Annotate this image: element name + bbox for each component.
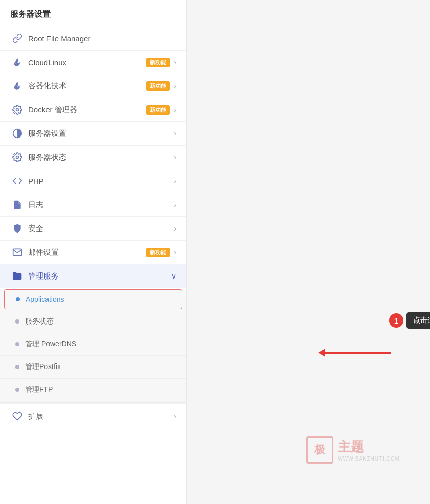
sidebar-item-root-file-manager[interactable]: Root File Manager <box>0 27 186 51</box>
sidebar-item-extensions[interactable]: 扩展 › <box>0 404 186 428</box>
root-file-manager-label: Root File Manager <box>28 34 176 43</box>
chevron-icon8: › <box>174 224 176 233</box>
chevron-icon-extensions: › <box>174 412 176 420</box>
cloudlinux-label: CloudLinux <box>28 58 146 67</box>
chevron-icon5: › <box>174 153 176 161</box>
watermark-seal: 极 <box>306 436 333 464</box>
chevron-icon7: › <box>174 201 176 209</box>
mail-badge: 新功能 <box>146 248 170 257</box>
link-icon <box>10 33 24 43</box>
mail-icon <box>10 247 24 257</box>
security-label: 安全 <box>28 224 174 234</box>
watermark-main-text: 主题 <box>338 438 400 456</box>
dot-icon-postfix <box>15 365 19 369</box>
mail-label: 邮件设置 <box>28 248 146 257</box>
sidebar-item-mail[interactable]: 邮件设置 新功能 › <box>0 241 186 264</box>
server-settings-label: 服务器设置 <box>28 129 174 139</box>
annotation-tooltip: 点击这里 <box>406 312 430 329</box>
server-status-label: 服务器状态 <box>28 153 174 162</box>
code-icon <box>10 176 24 186</box>
submenu-item-applications[interactable]: Applications <box>4 289 182 309</box>
watermark: 极 主题 WWW.BANZHUTI.COM <box>306 436 400 464</box>
chevron-icon6: › <box>174 177 176 185</box>
docker-label: Docker 管理器 <box>28 105 146 115</box>
chevron-down-icon: ∨ <box>171 272 176 280</box>
gear-icon <box>10 105 24 115</box>
manage-services-submenu: Applications 服务状态 管理 PowerDNS 管理Postfix … <box>0 289 186 401</box>
sidebar-item-cloudlinux[interactable]: CloudLinux 新功能 › <box>0 51 186 74</box>
svg-point-2 <box>16 156 19 159</box>
submenu-item-service-status[interactable]: 服务状态 <box>0 310 186 333</box>
chevron-icon2: › <box>174 82 176 90</box>
shield-icon <box>10 223 24 234</box>
dot-icon-service-status <box>15 319 19 324</box>
sidebar-item-server-settings[interactable]: 服务器设置 › <box>0 122 186 146</box>
chevron-icon9: › <box>174 248 176 256</box>
submenu-item-postfix[interactable]: 管理Postfix <box>0 356 186 379</box>
flame2-icon <box>10 81 24 91</box>
sidebar-item-php[interactable]: PHP › <box>0 169 186 193</box>
folder-icon <box>10 271 24 281</box>
cloudlinux-badge: 新功能 <box>146 58 170 67</box>
flame-icon <box>10 57 24 67</box>
halfcircle-icon <box>10 128 24 139</box>
watermark-sub-text: WWW.BANZHUTI.COM <box>338 456 400 462</box>
submenu-item-ftp[interactable]: 管理FTP <box>0 379 186 401</box>
sidebar-item-docker[interactable]: Docker 管理器 新功能 › <box>0 98 186 122</box>
chevron-icon: › <box>174 58 176 66</box>
service-status-label: 服务状态 <box>25 317 54 326</box>
settings-icon <box>10 152 24 162</box>
plugin-icon <box>10 411 24 421</box>
ftp-label: 管理FTP <box>25 385 53 394</box>
sidebar-item-server-status[interactable]: 服务器状态 › <box>0 146 186 169</box>
svg-point-0 <box>16 109 19 111</box>
submenu-item-powerdns[interactable]: 管理 PowerDNS <box>0 333 186 356</box>
php-label: PHP <box>28 177 174 186</box>
sidebar-item-manage-services[interactable]: 管理服务 ∨ <box>0 264 186 288</box>
sidebar-item-containerization[interactable]: 容器化技术 新功能 › <box>0 74 186 98</box>
sidebar-item-security[interactable]: 安全 › <box>0 217 186 241</box>
sidebar: 服务器设置 Root File Manager CloudLinux 新功能 ›… <box>0 0 187 504</box>
dot-icon-powerdns <box>15 342 19 346</box>
docker-badge: 新功能 <box>146 105 170 115</box>
containerization-badge: 新功能 <box>146 81 170 91</box>
dot-icon-applications <box>16 297 20 301</box>
file-icon <box>10 200 24 210</box>
arrow-annotation <box>318 349 391 357</box>
applications-label: Applications <box>26 295 64 303</box>
extensions-label: 扩展 <box>28 411 174 421</box>
manage-services-label: 管理服务 <box>28 271 171 281</box>
arrow-line <box>325 352 391 354</box>
sidebar-item-logs[interactable]: 日志 › <box>0 193 186 217</box>
main-content: 1 点击这里 极 主题 WWW.BANZHUTI.COM <box>187 0 430 504</box>
arrow-head <box>318 349 325 357</box>
sidebar-title: 服务器设置 <box>0 5 186 27</box>
powerdns-label: 管理 PowerDNS <box>25 340 76 349</box>
chevron-icon4: › <box>174 129 176 138</box>
postfix-label: 管理Postfix <box>25 362 61 372</box>
chevron-icon3: › <box>174 106 176 114</box>
logs-label: 日志 <box>28 200 174 210</box>
dot-icon-ftp <box>15 388 19 392</box>
annotation-container: 1 点击这里 <box>389 312 430 329</box>
containerization-label: 容器化技术 <box>28 81 146 91</box>
annotation-badge: 1 <box>389 313 403 328</box>
